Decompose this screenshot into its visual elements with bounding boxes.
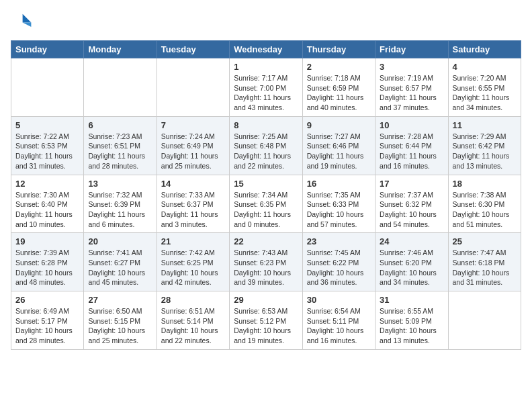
day-number: 2: [307, 62, 371, 72]
day-info: Sunrise: 7:45 AM Sunset: 6:22 PM Dayligh…: [307, 248, 371, 287]
calendar-cell: 26Sunrise: 6:49 AM Sunset: 5:17 PM Dayli…: [11, 291, 84, 350]
day-header-monday: Monday: [84, 41, 157, 58]
day-info: Sunrise: 7:22 AM Sunset: 6:53 PM Dayligh…: [15, 132, 79, 171]
page-header: [11, 11, 521, 32]
calendar-cell: 4Sunrise: 7:20 AM Sunset: 6:55 PM Daylig…: [448, 58, 521, 117]
day-header-saturday: Saturday: [448, 41, 521, 58]
day-number: 12: [15, 179, 79, 189]
calendar-week-2: 5Sunrise: 7:22 AM Sunset: 6:53 PM Daylig…: [11, 116, 521, 175]
calendar-cell: 28Sunrise: 6:51 AM Sunset: 5:14 PM Dayli…: [157, 291, 229, 350]
day-number: 25: [453, 236, 517, 246]
calendar-table: SundayMondayTuesdayWednesdayThursdayFrid…: [11, 40, 521, 350]
day-number: 1: [234, 62, 298, 72]
calendar-cell: 1Sunrise: 7:17 AM Sunset: 7:00 PM Daylig…: [230, 58, 302, 117]
day-number: 8: [234, 120, 298, 130]
day-info: Sunrise: 6:55 AM Sunset: 5:09 PM Dayligh…: [380, 306, 443, 346]
day-info: Sunrise: 7:42 AM Sunset: 6:25 PM Dayligh…: [161, 248, 225, 287]
calendar-cell: 24Sunrise: 7:46 AM Sunset: 6:20 PM Dayli…: [375, 233, 448, 291]
day-number: 4: [453, 62, 517, 72]
calendar-cell: 13Sunrise: 7:32 AM Sunset: 6:39 PM Dayli…: [84, 175, 157, 233]
day-number: 10: [380, 120, 443, 130]
calendar-cell: [157, 58, 229, 117]
calendar-cell: 15Sunrise: 7:34 AM Sunset: 6:35 PM Dayli…: [230, 175, 302, 233]
day-number: 26: [15, 295, 79, 305]
calendar-cell: 27Sunrise: 6:50 AM Sunset: 5:15 PM Dayli…: [84, 291, 157, 350]
calendar-cell: 31Sunrise: 6:55 AM Sunset: 5:09 PM Dayli…: [375, 291, 448, 350]
calendar-week-1: 1Sunrise: 7:17 AM Sunset: 7:00 PM Daylig…: [11, 58, 521, 117]
day-info: Sunrise: 7:32 AM Sunset: 6:39 PM Dayligh…: [88, 190, 152, 230]
day-number: 17: [380, 179, 443, 189]
day-info: Sunrise: 7:46 AM Sunset: 6:20 PM Dayligh…: [380, 248, 443, 287]
day-number: 18: [453, 179, 517, 189]
day-info: Sunrise: 6:51 AM Sunset: 5:14 PM Dayligh…: [161, 306, 225, 346]
calendar-week-3: 12Sunrise: 7:30 AM Sunset: 6:40 PM Dayli…: [11, 175, 521, 233]
day-info: Sunrise: 7:47 AM Sunset: 6:18 PM Dayligh…: [453, 248, 517, 287]
day-info: Sunrise: 7:29 AM Sunset: 6:42 PM Dayligh…: [453, 132, 517, 171]
day-number: 20: [88, 236, 152, 246]
calendar-cell: 12Sunrise: 7:30 AM Sunset: 6:40 PM Dayli…: [11, 175, 84, 233]
calendar-cell: 3Sunrise: 7:19 AM Sunset: 6:57 PM Daylig…: [375, 58, 448, 117]
day-info: Sunrise: 7:43 AM Sunset: 6:23 PM Dayligh…: [234, 248, 298, 287]
day-number: 29: [234, 295, 298, 305]
day-info: Sunrise: 7:27 AM Sunset: 6:46 PM Dayligh…: [307, 132, 371, 171]
day-number: 9: [307, 120, 371, 130]
calendar-cell: 23Sunrise: 7:45 AM Sunset: 6:22 PM Dayli…: [302, 233, 375, 291]
day-number: 11: [453, 120, 517, 130]
day-info: Sunrise: 7:28 AM Sunset: 6:44 PM Dayligh…: [380, 132, 443, 171]
day-info: Sunrise: 7:39 AM Sunset: 6:28 PM Dayligh…: [15, 248, 79, 287]
calendar-week-5: 26Sunrise: 6:49 AM Sunset: 5:17 PM Dayli…: [11, 291, 521, 350]
calendar-header-row: SundayMondayTuesdayWednesdayThursdayFrid…: [11, 41, 521, 58]
calendar-cell: 17Sunrise: 7:37 AM Sunset: 6:32 PM Dayli…: [375, 175, 448, 233]
day-number: 31: [380, 295, 443, 305]
day-number: 7: [161, 120, 225, 130]
logo: [11, 11, 35, 32]
day-number: 30: [307, 295, 371, 305]
calendar-cell: 6Sunrise: 7:23 AM Sunset: 6:51 PM Daylig…: [84, 116, 157, 175]
calendar-cell: 9Sunrise: 7:27 AM Sunset: 6:46 PM Daylig…: [302, 116, 375, 175]
calendar-cell: 16Sunrise: 7:35 AM Sunset: 6:33 PM Dayli…: [302, 175, 375, 233]
calendar-cell: 5Sunrise: 7:22 AM Sunset: 6:53 PM Daylig…: [11, 116, 84, 175]
day-info: Sunrise: 7:19 AM Sunset: 6:57 PM Dayligh…: [380, 73, 443, 113]
day-number: 16: [307, 179, 371, 189]
day-header-tuesday: Tuesday: [157, 41, 229, 58]
day-info: Sunrise: 7:20 AM Sunset: 6:55 PM Dayligh…: [453, 73, 517, 113]
calendar-cell: 8Sunrise: 7:25 AM Sunset: 6:48 PM Daylig…: [230, 116, 302, 175]
day-number: 28: [161, 295, 225, 305]
day-number: 22: [234, 236, 298, 246]
day-header-sunday: Sunday: [11, 41, 84, 58]
day-info: Sunrise: 7:37 AM Sunset: 6:32 PM Dayligh…: [380, 190, 443, 230]
day-info: Sunrise: 7:18 AM Sunset: 6:59 PM Dayligh…: [307, 73, 371, 113]
day-info: Sunrise: 7:17 AM Sunset: 7:00 PM Dayligh…: [234, 73, 298, 113]
day-info: Sunrise: 7:24 AM Sunset: 6:49 PM Dayligh…: [161, 132, 225, 171]
calendar-cell: 22Sunrise: 7:43 AM Sunset: 6:23 PM Dayli…: [230, 233, 302, 291]
day-number: 27: [88, 295, 152, 305]
day-number: 15: [234, 179, 298, 189]
day-number: 3: [380, 62, 443, 72]
day-info: Sunrise: 6:53 AM Sunset: 5:12 PM Dayligh…: [234, 306, 298, 346]
calendar-cell: 14Sunrise: 7:33 AM Sunset: 6:37 PM Dayli…: [157, 175, 229, 233]
day-header-wednesday: Wednesday: [230, 41, 302, 58]
day-info: Sunrise: 7:38 AM Sunset: 6:30 PM Dayligh…: [453, 190, 517, 230]
calendar-cell: 21Sunrise: 7:42 AM Sunset: 6:25 PM Dayli…: [157, 233, 229, 291]
day-info: Sunrise: 6:50 AM Sunset: 5:15 PM Dayligh…: [88, 306, 152, 346]
day-info: Sunrise: 7:41 AM Sunset: 6:27 PM Dayligh…: [88, 248, 152, 287]
day-number: 24: [380, 236, 443, 246]
calendar-body: 1Sunrise: 7:17 AM Sunset: 7:00 PM Daylig…: [11, 58, 521, 350]
calendar-cell: 18Sunrise: 7:38 AM Sunset: 6:30 PM Dayli…: [448, 175, 521, 233]
day-info: Sunrise: 6:49 AM Sunset: 5:17 PM Dayligh…: [15, 306, 79, 346]
day-info: Sunrise: 7:25 AM Sunset: 6:48 PM Dayligh…: [234, 132, 298, 171]
day-number: 6: [88, 120, 152, 130]
day-number: 19: [15, 236, 79, 246]
calendar-cell: 25Sunrise: 7:47 AM Sunset: 6:18 PM Dayli…: [448, 233, 521, 291]
calendar-cell: [448, 291, 521, 350]
day-info: Sunrise: 7:23 AM Sunset: 6:51 PM Dayligh…: [88, 132, 152, 171]
calendar-cell: 30Sunrise: 6:54 AM Sunset: 5:11 PM Dayli…: [302, 291, 375, 350]
day-info: Sunrise: 7:35 AM Sunset: 6:33 PM Dayligh…: [307, 190, 371, 230]
day-info: Sunrise: 7:33 AM Sunset: 6:37 PM Dayligh…: [161, 190, 225, 230]
calendar-cell: 19Sunrise: 7:39 AM Sunset: 6:28 PM Dayli…: [11, 233, 84, 291]
day-header-friday: Friday: [375, 41, 448, 58]
calendar-cell: 20Sunrise: 7:41 AM Sunset: 6:27 PM Dayli…: [84, 233, 157, 291]
calendar-cell: 10Sunrise: 7:28 AM Sunset: 6:44 PM Dayli…: [375, 116, 448, 175]
day-info: Sunrise: 6:54 AM Sunset: 5:11 PM Dayligh…: [307, 306, 371, 346]
calendar-cell: [84, 58, 157, 117]
